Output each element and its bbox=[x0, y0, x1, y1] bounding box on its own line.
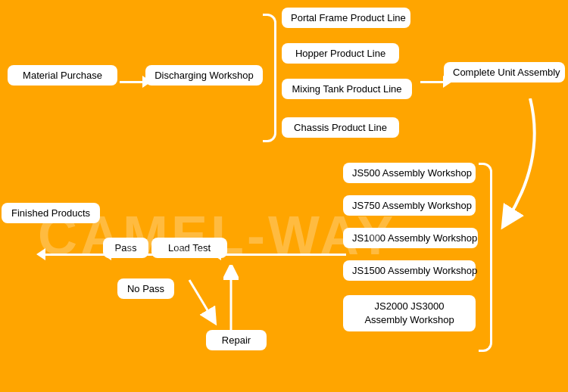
arrow-aw-to-lt bbox=[212, 248, 346, 260]
discharging-workshop-box: Discharging Workshop bbox=[145, 65, 263, 86]
js750-box: JS750 Assembly Workshop bbox=[343, 195, 476, 216]
arrow-pass-to-fp bbox=[36, 248, 106, 260]
repair-to-lt-svg bbox=[223, 265, 239, 333]
bracket-dw bbox=[263, 14, 276, 142]
portal-frame-box: Portal Frame Product Line bbox=[282, 8, 410, 28]
bracket-aw bbox=[479, 163, 492, 352]
js2000-3000-box: JS2000 JS3000 Assembly Workshop bbox=[343, 295, 476, 331]
finished-products-box: Finished Products bbox=[2, 203, 100, 223]
chassis-box: Chassis Product Line bbox=[282, 117, 399, 138]
complete-unit-box: Complete Unit Assembly bbox=[444, 62, 565, 82]
mixing-tank-box: Mixing Tank Product Line bbox=[282, 79, 412, 99]
repair-box: Repair bbox=[206, 330, 267, 350]
js1500-box: JS1500 Assembly Workshop bbox=[343, 260, 476, 281]
hopper-box: Hopper Product Line bbox=[282, 43, 399, 64]
js1000-box: JS1000 Assembly Workshop bbox=[343, 228, 478, 248]
js500-box: JS500 Assembly Workshop bbox=[343, 163, 476, 183]
svg-line-3 bbox=[189, 280, 212, 318]
curved-arrow-svg bbox=[485, 98, 560, 235]
material-purchase-box: Material Purchase bbox=[8, 65, 117, 86]
